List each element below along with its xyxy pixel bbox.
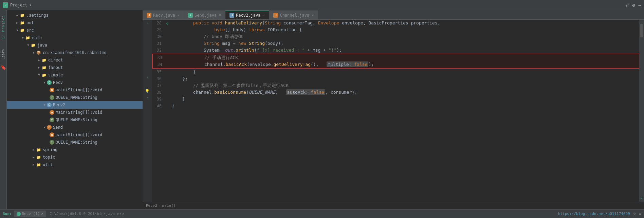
gutter-arrow-36: ↑ bbox=[146, 76, 148, 79]
tree-label-recv-queue: QUEUE_NAME:String bbox=[56, 95, 97, 100]
gutter-line-28: ↑ bbox=[143, 20, 152, 26]
tree-arrow-src: ▼ bbox=[15, 29, 20, 32]
tab-channel[interactable]: J Channel.java × bbox=[269, 11, 318, 19]
right-scrollbar[interactable]: ✓ bbox=[639, 20, 644, 202]
tab-recv[interactable]: J Recv.java × bbox=[143, 11, 184, 19]
tree-item-recv2-main[interactable]: m main(String[]):void bbox=[7, 109, 143, 116]
tree-item-topic[interactable]: ▶ 📁 topic bbox=[7, 153, 143, 161]
gutter-line-34 bbox=[143, 60, 152, 67]
folder-icon-topic: 📁 bbox=[36, 155, 41, 160]
tab-send-close[interactable]: × bbox=[219, 13, 221, 17]
action-minimize[interactable]: — bbox=[639, 2, 641, 8]
tree-item-java[interactable]: ▼ 📁 java bbox=[7, 41, 143, 49]
code-line-39: 39 } bbox=[152, 96, 639, 103]
tree-item-src[interactable]: ▼ 📁 src bbox=[7, 26, 143, 34]
project-icon: P bbox=[3, 2, 8, 8]
status-tab-label: Recv (1) bbox=[22, 212, 40, 216]
tree-item-send-queue[interactable]: f QUEUE_NAME:String bbox=[7, 139, 143, 146]
tree-label-src: src bbox=[26, 28, 34, 33]
method-icon-recv-main: m bbox=[50, 88, 54, 92]
tree-item-main[interactable]: ▼ 📁 main bbox=[7, 34, 143, 41]
class-icon-recv2: C bbox=[47, 103, 52, 107]
line-28-bookmark: @ bbox=[164, 20, 170, 26]
code-scroll-area[interactable]: 28 @ public void handleDelivery(String c… bbox=[152, 20, 639, 202]
gutter-line-30 bbox=[143, 33, 152, 40]
code-line-34: 34 channel.basicAck(envelope.getDelivery… bbox=[152, 61, 639, 69]
tree-item-settings[interactable]: ▶ 📁 .settings bbox=[7, 12, 143, 19]
tree-arrow-recv: ▼ bbox=[42, 81, 47, 84]
field-icon-recv-queue: f bbox=[50, 95, 54, 100]
gutter-line-36: ↑ bbox=[143, 74, 152, 81]
tree-item-out[interactable]: ▶ 📁 out bbox=[7, 19, 143, 26]
line-32-code: System. out.println(" [x] received : " +… bbox=[170, 47, 639, 54]
line-37-gutter bbox=[164, 82, 170, 89]
tree-item-util[interactable]: ▶ 📁 util bbox=[7, 161, 143, 168]
tree-label-settings: .settings bbox=[26, 13, 49, 18]
action-settings[interactable]: ⚙ bbox=[632, 2, 635, 8]
status-more-icon[interactable]: ▬ bbox=[639, 212, 641, 216]
status-link[interactable]: https://blog.csdn.net/u011174699 bbox=[558, 212, 630, 216]
status-tab-close[interactable]: × bbox=[41, 212, 43, 216]
line-35-gutter bbox=[164, 69, 170, 75]
folder-icon-util: 📁 bbox=[36, 162, 41, 167]
green-check-icon: ✓ bbox=[640, 196, 643, 200]
tree-item-spring[interactable]: ▶ 📁 spring bbox=[7, 146, 143, 153]
scrollbar-thumb[interactable] bbox=[640, 24, 643, 37]
tree-item-direct[interactable]: ▶ 📁 direct bbox=[7, 56, 143, 64]
vtab-learn[interactable]: Learn bbox=[1, 48, 5, 61]
folder-icon-simple: 📁 bbox=[41, 73, 47, 77]
tree-item-recv[interactable]: ▼ C Recv bbox=[7, 79, 143, 86]
gutter-line-39: ↑ bbox=[143, 94, 152, 101]
tree-arrow-settings: ▶ bbox=[15, 14, 20, 17]
tree-label-simple: simple bbox=[48, 73, 63, 77]
tree-label-main: main bbox=[32, 35, 42, 40]
line-38-gutter bbox=[164, 89, 170, 96]
tree-item-send[interactable]: ▼ C Send bbox=[7, 124, 143, 131]
line-num-40: 40 bbox=[152, 103, 164, 109]
line-39-gutter bbox=[164, 96, 170, 103]
line-num-28: 28 bbox=[152, 20, 164, 26]
line-36-code: }; bbox=[170, 75, 639, 82]
tab-recv2-close[interactable]: × bbox=[263, 14, 265, 17]
line-38-code: channel.basicConsume(QUEUE_NAME, autoAck… bbox=[170, 89, 639, 96]
tree-arrow-topic: ▶ bbox=[31, 156, 36, 159]
status-run-label: Run: bbox=[3, 212, 12, 216]
code-line-33: 33 // 手动进行ACK bbox=[152, 54, 639, 61]
green-indicator: ✓ bbox=[640, 195, 643, 202]
tree-item-simple[interactable]: ▼ 📁 simple bbox=[7, 71, 143, 79]
code-line-32: 32 System. out.println(" [x] received : … bbox=[152, 47, 639, 54]
tree-item-recv-queue[interactable]: f QUEUE_NAME:String bbox=[7, 94, 143, 101]
line-34-code: channel.basicAck(envelope.getDeliveryTag… bbox=[171, 61, 639, 68]
tab-send[interactable]: J Send.java × bbox=[184, 11, 225, 19]
project-dropdown[interactable]: ▾ bbox=[30, 3, 32, 7]
gutter-arrow-28: ↑ bbox=[146, 21, 148, 25]
bulb-icon-38[interactable]: 💡 bbox=[145, 89, 150, 93]
vtab-project[interactable]: 1: Project bbox=[1, 14, 5, 41]
tree-item-send-main[interactable]: m main(String[]):void bbox=[7, 131, 143, 139]
tab-channel-close[interactable]: × bbox=[312, 13, 314, 17]
status-run-tab[interactable]: Recv (1) × bbox=[14, 211, 47, 217]
tree-item-recv2[interactable]: ▼ C Recv2 bbox=[7, 101, 143, 109]
line-num-38: 38 bbox=[152, 89, 164, 96]
method-icon-recv2-main: m bbox=[50, 110, 54, 115]
vtab-bookmark[interactable]: 🔖 bbox=[0, 65, 6, 70]
line-num-31: 31 bbox=[152, 40, 164, 47]
tab-recv-close[interactable]: × bbox=[178, 13, 180, 17]
code-line-35: 35 } bbox=[152, 69, 639, 75]
tree-item-fanout[interactable]: ▶ 📁 fanout bbox=[7, 64, 143, 71]
action-transfer[interactable]: ⇄ bbox=[626, 2, 629, 8]
field-icon-send-queue: f bbox=[50, 140, 54, 145]
line-num-34: 34 bbox=[153, 61, 165, 68]
tree-item-package[interactable]: ▼ 📦 cn.xiaomifeng1010.rabbitmq bbox=[7, 49, 143, 56]
line-29-gutter bbox=[164, 26, 170, 33]
tab-recv2[interactable]: J Recv2.java × bbox=[225, 11, 269, 19]
status-settings-icon[interactable]: ⚙ bbox=[633, 212, 636, 216]
tree-item-recv2-queue[interactable]: f QUEUE_NAME:String bbox=[7, 116, 143, 124]
line-35-code: } bbox=[170, 69, 639, 75]
gutter-line-31 bbox=[143, 40, 152, 47]
method-icon-send-main: m bbox=[50, 132, 54, 137]
tree-item-recv-main[interactable]: m main(String[]):void bbox=[7, 86, 143, 94]
tree-arrow-util: ▶ bbox=[31, 163, 36, 166]
status-bar: Run: Recv (1) × C:\Java\jdk1.8.0_201\bin… bbox=[0, 209, 644, 218]
folder-icon-fanout: 📁 bbox=[41, 65, 47, 70]
